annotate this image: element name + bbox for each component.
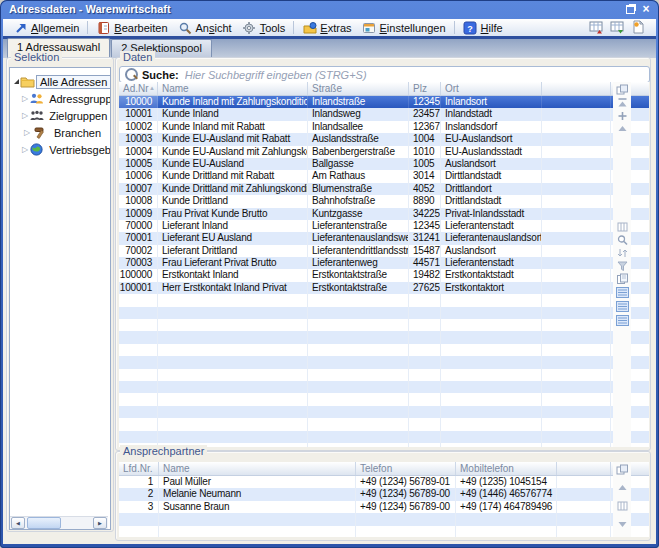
column-chooser-icon[interactable] bbox=[616, 500, 629, 512]
address-row[interactable]: 10001Kunde InlandInlandsweg23457Inlandst… bbox=[119, 108, 649, 120]
table-import-icon[interactable] bbox=[610, 20, 626, 34]
cell bbox=[542, 96, 611, 108]
cell: 1010 bbox=[409, 146, 441, 158]
column-chooser-icon[interactable] bbox=[616, 221, 629, 233]
search-icon[interactable] bbox=[616, 234, 629, 246]
sort-icon[interactable] bbox=[616, 247, 629, 259]
tree-item-adressgruppen[interactable]: Adressgruppen bbox=[10, 90, 110, 107]
column-header-spacer[interactable] bbox=[542, 82, 611, 95]
cell: Kunde Drittland bbox=[158, 195, 308, 207]
scrollbar-thumb[interactable] bbox=[27, 517, 61, 529]
cell bbox=[542, 356, 611, 368]
cell bbox=[409, 331, 441, 343]
collapsed-arrow-icon[interactable] bbox=[22, 111, 28, 120]
address-row[interactable]: 100000Erstkontakt InlandErstkontaktstraß… bbox=[119, 269, 649, 281]
scroll-top-icon[interactable] bbox=[616, 97, 629, 109]
cell: Lieferantenauslandsort bbox=[441, 232, 542, 244]
expand-plus-icon[interactable] bbox=[616, 110, 629, 122]
column-header-spacer[interactable] bbox=[557, 462, 611, 475]
address-row[interactable]: 10007Kunde Drittland mit Zahlungskonditi… bbox=[119, 183, 649, 195]
cell: 10008 bbox=[119, 195, 158, 207]
menu-item-ansicht[interactable]: Ansicht bbox=[173, 20, 237, 35]
address-row[interactable]: 10005Kunde EU-AuslandBallgasse1005Auslan… bbox=[119, 158, 649, 170]
menu-item-einstellungen[interactable]: Einstellungen bbox=[357, 20, 451, 35]
title-bar[interactable]: Adressdaten - Warenwirtschaft bbox=[0, 0, 659, 19]
tree-item-branchen[interactable]: Branchen bbox=[10, 124, 110, 141]
new-document-icon[interactable] bbox=[631, 20, 647, 34]
layout-list-icon[interactable] bbox=[616, 287, 629, 299]
expanded-arrow-icon[interactable] bbox=[14, 79, 19, 84]
cell: Kuntzgasse bbox=[308, 208, 409, 220]
close-icon[interactable] bbox=[639, 3, 653, 16]
column-header-ad-nr[interactable]: Ad.Nr▲ bbox=[119, 82, 158, 95]
cell: Auslandsstraße bbox=[308, 133, 409, 145]
menu-item-hilfe[interactable]: ?Hilfe bbox=[458, 20, 508, 35]
address-row[interactable]: 10003Kunde EU-Ausland mit RabattAuslands… bbox=[119, 133, 649, 145]
address-row[interactable]: 10002Kunde Inland mit RabattInlandsallee… bbox=[119, 121, 649, 133]
cell bbox=[542, 170, 611, 182]
menu-separator bbox=[454, 21, 455, 34]
address-row[interactable]: 10008Kunde DrittlandBahnhofstraße8890Dri… bbox=[119, 195, 649, 207]
column-header-mobiltelefon[interactable]: Mobiltelefon bbox=[456, 462, 557, 475]
layout-list-icon[interactable] bbox=[616, 315, 629, 327]
copy-selection-icon[interactable] bbox=[616, 464, 629, 476]
column-header-stra-e[interactable]: Straße bbox=[308, 82, 409, 95]
menu-item-tools[interactable]: Tools bbox=[237, 20, 291, 35]
address-row[interactable]: 70002Lieferant DrittlandLieferantendritt… bbox=[119, 245, 649, 257]
menu-items: AllgemeinBearbeitenAnsichtToolsExtrasEin… bbox=[3, 19, 656, 36]
table-export-icon[interactable] bbox=[589, 20, 605, 34]
address-row[interactable]: 10006Kunde Drittland mit RabattAm Rathau… bbox=[119, 170, 649, 182]
scroll-left-icon[interactable]: ◀ bbox=[11, 517, 25, 529]
contact-row[interactable]: 1Paul Müller+49 (1234) 56789-01+49 (1235… bbox=[119, 476, 649, 488]
column-header-ort[interactable]: Ort bbox=[441, 82, 542, 95]
tree-item-label: Adressgruppen bbox=[45, 92, 111, 106]
cell bbox=[409, 443, 441, 447]
scroll-up-icon[interactable] bbox=[616, 482, 629, 494]
address-row[interactable]: 70001Lieferant EU AuslandLieferantenausl… bbox=[119, 232, 649, 244]
scroll-up-icon[interactable] bbox=[616, 123, 629, 135]
cell bbox=[441, 406, 542, 418]
address-row[interactable]: 10004Kunde EU-Ausland mit Zahlungskondit… bbox=[119, 146, 649, 158]
address-row[interactable]: 10000Kunde Inland mit Zahlungskondition … bbox=[119, 96, 649, 108]
tree-item-zielgruppen[interactable]: Zielgruppen bbox=[10, 107, 110, 124]
contact-row[interactable]: 2Melanie Neumann+49 (1234) 56789-00+49 (… bbox=[119, 488, 649, 500]
address-row[interactable]: 10009Frau Privat Kunde BruttoKuntzgasse3… bbox=[119, 208, 649, 220]
filter-icon[interactable] bbox=[616, 260, 629, 272]
cell: Kunde EU-Ausland mit Rabatt bbox=[158, 133, 308, 145]
menu-item-extras[interactable]: Extras bbox=[297, 20, 356, 35]
address-row[interactable]: 100001Herr Erstkontakt Inland PrivatErst… bbox=[119, 282, 649, 294]
tree-horizontal-scrollbar[interactable]: ◀ ▶ bbox=[10, 516, 108, 529]
cell bbox=[542, 245, 611, 257]
cell bbox=[158, 393, 308, 405]
cell bbox=[308, 319, 409, 331]
menu-item-bearbeiten[interactable]: Bearbeiten bbox=[91, 20, 172, 35]
cell: 10001 bbox=[119, 108, 158, 120]
tree-item-vertriebsgebiete[interactable]: Vertriebsgebiete bbox=[10, 141, 110, 158]
empty-row bbox=[119, 513, 649, 525]
menu-item-allgemein[interactable]: Allgemein bbox=[8, 20, 84, 35]
address-row[interactable]: 70003Frau Lieferant Privat BruttoLiefera… bbox=[119, 257, 649, 269]
search-input[interactable] bbox=[183, 67, 649, 82]
column-header-plz[interactable]: Plz bbox=[409, 82, 441, 95]
copy-selection-icon[interactable] bbox=[616, 84, 629, 96]
cell: +49 (1446) 46576774 bbox=[456, 488, 557, 500]
restore-icon[interactable] bbox=[623, 3, 637, 16]
column-header-telefon[interactable]: Telefon bbox=[356, 462, 456, 475]
cell bbox=[441, 344, 542, 356]
scroll-down-icon[interactable] bbox=[616, 518, 629, 530]
cell bbox=[441, 393, 542, 405]
contact-row[interactable]: 3Susanne Braun+49 (1234) 56789-00+49 (17… bbox=[119, 501, 649, 513]
address-row[interactable]: 70000Lieferant InlandLieferantenstraße12… bbox=[119, 220, 649, 232]
tree-item-alle-adressen[interactable]: Alle Adressen bbox=[10, 73, 110, 90]
collapsed-arrow-icon[interactable] bbox=[22, 94, 28, 103]
layout-list-icon[interactable] bbox=[616, 301, 629, 313]
scroll-right-icon[interactable]: ▶ bbox=[93, 517, 107, 529]
copy-rows-icon[interactable] bbox=[616, 273, 629, 285]
column-header-name[interactable]: Name bbox=[158, 82, 308, 95]
column-header-name[interactable]: Name bbox=[159, 462, 356, 475]
collapsed-arrow-icon[interactable] bbox=[22, 128, 32, 137]
collapsed-arrow-icon[interactable] bbox=[22, 145, 28, 154]
cell: Lieferant Drittland bbox=[158, 245, 308, 257]
column-header-lfd-nr[interactable]: Lfd.Nr. bbox=[119, 462, 159, 475]
search-label: Suche: bbox=[142, 69, 179, 81]
